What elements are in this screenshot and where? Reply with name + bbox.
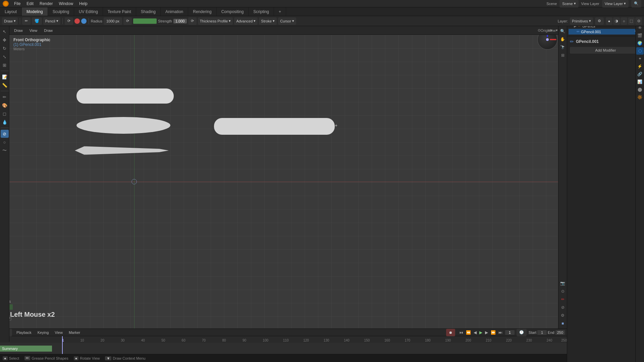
strength-value[interactable]: 1.000 — [173, 19, 187, 23]
cursor-dropdown[interactable]: Cursor ▾ — [278, 17, 296, 25]
tl-jump-end[interactable]: ⏭ — [498, 330, 503, 335]
tl-current-frame[interactable]: 1 — [505, 330, 515, 335]
tl-summary-track[interactable]: Summary — [0, 346, 52, 352]
menu-render[interactable]: Render — [37, 1, 55, 7]
icon-paint-bucket[interactable]: 🪣 — [32, 17, 42, 25]
tool-move[interactable]: ✥ — [1, 36, 9, 44]
icon-radius-toggle[interactable]: ⟳ — [123, 17, 132, 25]
rv-grid[interactable]: ⊞ — [559, 52, 567, 59]
tl-next-frame[interactable]: ▶ — [484, 330, 489, 335]
icon-settings[interactable]: ⚙ — [595, 17, 604, 25]
tab-uv-editing[interactable]: UV Editing — [74, 7, 103, 16]
tool-draw[interactable]: ✏ — [1, 93, 9, 101]
prop-icon-particles[interactable]: ✦ — [636, 55, 644, 62]
rv-camera[interactable]: 📷 — [559, 280, 567, 287]
icon-pencil-tool[interactable]: ✏ — [22, 17, 31, 25]
menu-file[interactable]: File — [11, 1, 23, 7]
strength-bar[interactable] — [133, 18, 157, 24]
tl-view[interactable]: View — [53, 330, 64, 335]
add-modifier-button[interactable]: Add Modifier — [570, 47, 641, 54]
tl-jump-start[interactable]: ⏮ — [459, 330, 464, 335]
color-dot1[interactable] — [74, 18, 80, 24]
tab-shading[interactable]: Shading — [136, 7, 161, 16]
view-layer-selector[interactable]: View Layer ▾ — [602, 0, 629, 7]
stroke-dropdown[interactable]: Stroke ▾ — [259, 17, 277, 25]
icon-overlay[interactable]: ⊙ — [635, 17, 642, 25]
mode-selector[interactable]: Draw ▾ — [2, 17, 18, 25]
icon-strength-toggle[interactable]: ⟳ — [188, 17, 197, 25]
main-viewport[interactable]: Front Orthographic (1) GPencil.001 Meter… — [9, 35, 567, 328]
tool-curve[interactable]: 〜 — [1, 146, 9, 155]
tab-modeling[interactable]: Modeling — [22, 7, 48, 16]
advanced-dropdown[interactable]: Advanced ▾ — [234, 17, 258, 25]
tool-fill[interactable]: 🎨 — [1, 101, 9, 109]
icon-rendered[interactable]: ○ — [621, 17, 627, 25]
tab-scripting[interactable]: Scripting — [249, 7, 274, 16]
scene-selector[interactable]: Scene ▾ — [559, 0, 578, 7]
rv-search[interactable]: 🔍 — [559, 27, 567, 35]
prop-icon-world[interactable]: 🌍 — [636, 40, 644, 47]
tool-annotate[interactable]: 📝 — [1, 73, 9, 81]
tl-end-val[interactable]: 250 — [555, 330, 565, 335]
tl-prev-keyframe[interactable]: ⏪ — [465, 330, 472, 335]
tl-icon-record[interactable]: ⏺ — [446, 329, 455, 336]
menu-edit[interactable]: Edit — [24, 1, 36, 7]
tool-circle[interactable]: ○ — [1, 138, 9, 146]
tab-animation[interactable]: Animation — [161, 7, 188, 16]
prop-icon-shading[interactable]: 🔆 — [636, 94, 644, 101]
tool-measure[interactable]: 📏 — [1, 81, 9, 89]
tl-icon-clock[interactable]: 🕐 — [517, 329, 527, 336]
tool-tint[interactable]: 💧 — [1, 118, 9, 126]
prop-icon-physics[interactable]: ⚡ — [636, 63, 644, 70]
tab-sculpting[interactable]: Sculpting — [48, 7, 74, 16]
radius-value[interactable]: 1000 px — [104, 17, 122, 25]
tab-texture-paint[interactable]: Texture Paint — [103, 7, 136, 16]
icon-sync[interactable]: ⟳ — [65, 17, 73, 25]
tool-draw-active[interactable]: ⊘ — [1, 130, 9, 138]
rv-color[interactable]: ■ — [559, 320, 567, 327]
prop-icon-object[interactable]: ⬡ — [636, 47, 644, 55]
vn-draw2[interactable]: Draw — [41, 28, 55, 33]
color-dot2[interactable] — [81, 18, 87, 24]
tab-rendering[interactable]: Rendering — [188, 7, 216, 16]
vn-view[interactable]: View — [27, 28, 40, 33]
icon-solid[interactable]: ● — [606, 17, 612, 25]
prop-icon-constraints[interactable]: 🔗 — [636, 70, 644, 78]
tab-compositing[interactable]: Compositing — [217, 7, 249, 16]
prop-icon-scene[interactable]: 🎬 — [636, 32, 644, 39]
tool-transform[interactable]: ⊞ — [1, 61, 9, 69]
origin-selector[interactable]: ⊙ Origin ▾ — [542, 27, 548, 34]
tl-keying[interactable]: Keying — [36, 330, 51, 335]
rv-zoom[interactable]: 🔭 — [559, 44, 567, 51]
thickness-profile[interactable]: Thickness Profile ▾ — [198, 17, 233, 25]
rv-filter[interactable]: ⊘ — [559, 304, 567, 311]
tl-play[interactable]: ▶ — [479, 330, 483, 335]
tl-marker[interactable]: Marker — [67, 330, 82, 335]
rv-hand[interactable]: ✋ — [559, 36, 567, 43]
tool-rotate[interactable]: ↻ — [1, 44, 9, 52]
tl-next-keyframe[interactable]: ⏩ — [490, 330, 496, 335]
menu-help[interactable]: Help — [76, 1, 90, 7]
prop-icon-material[interactable]: ⬤ — [636, 86, 644, 93]
tl-start-val[interactable]: 1 — [537, 330, 547, 335]
tl-playback[interactable]: Playback — [15, 330, 33, 335]
icon-wireframe[interactable]: ⬚ — [628, 17, 635, 25]
vn-draw[interactable]: Draw — [11, 28, 25, 33]
tl-prev-frame[interactable]: ◀ — [473, 330, 477, 335]
rv-gpencil[interactable]: ✏ — [559, 296, 567, 303]
menu-window[interactable]: Window — [56, 1, 76, 7]
icon-material[interactable]: ◑ — [613, 17, 620, 25]
tab-layout[interactable]: Layout — [0, 7, 22, 16]
tool-erase[interactable]: ◻ — [1, 110, 9, 118]
tool-cursor[interactable]: ↖ — [1, 27, 9, 36]
prop-icon-data[interactable]: 📊 — [636, 78, 644, 85]
pencil-selector[interactable]: Pencil ▾ — [43, 17, 60, 25]
search-button[interactable]: 🔍 — [631, 0, 641, 7]
rv-settings2[interactable]: ⚙ — [559, 312, 567, 319]
tool-scale[interactable]: ⤡ — [1, 53, 9, 61]
rv-local[interactable]: ⊙ — [559, 288, 567, 295]
view-selector[interactable]: View ▾ — [549, 27, 556, 34]
gpencil001-item[interactable]: ✏ GPencil.001 ✎ 👁 — [569, 29, 643, 35]
layer-selector[interactable]: Primitives ▾ — [570, 17, 593, 25]
tab-add[interactable]: + — [274, 7, 286, 16]
